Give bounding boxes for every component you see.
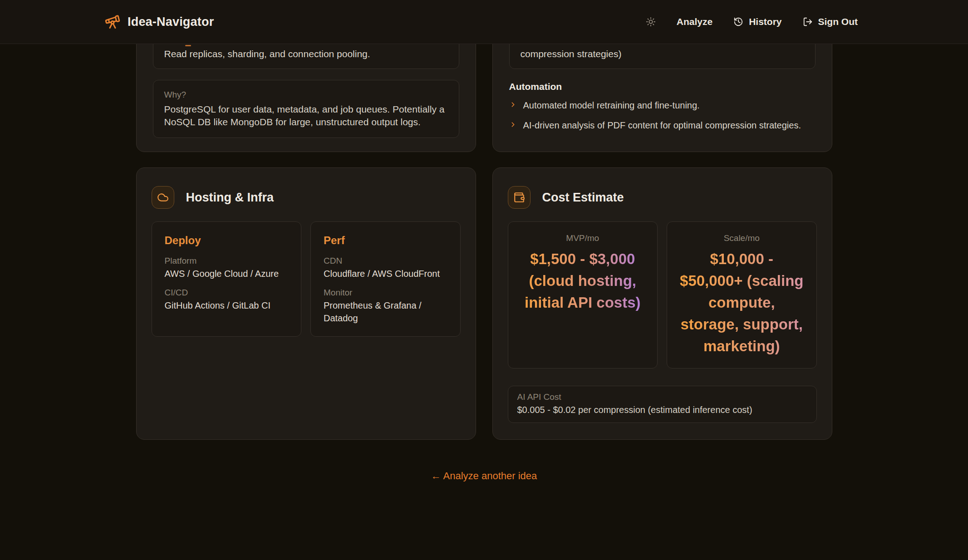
nav-sign-out-label: Sign Out [818, 16, 858, 27]
cost-subgrid: MVP/mo $1,500 - $3,000 (cloud hosting, i… [508, 221, 817, 368]
why-label: Why? [164, 89, 448, 100]
cicd-value: GitHub Actions / GitLab CI [165, 299, 289, 312]
automation-label: Automation [509, 81, 816, 93]
cut-off-label-fragment [185, 45, 191, 46]
nav-link-analyze[interactable]: Analyze [677, 16, 712, 27]
navbar: Idea-Navigator Analyze [0, 0, 968, 44]
platform-label: Platform [165, 255, 289, 266]
monitor-value: Prometheus & Grafana / Datadog [324, 299, 447, 324]
cost-card-header: Cost Estimate [508, 186, 817, 209]
scale-value: $10,000 - $50,000+ (scaling compute, sto… [678, 248, 806, 357]
logout-icon [803, 17, 813, 27]
hosting-card-header: Hosting & Infra [152, 186, 461, 209]
why-text: PostgreSQL for user data, metadata, and … [164, 103, 448, 128]
cloud-icon [152, 186, 174, 209]
perf-subcard: Perf CDN Cloudflare / AWS CloudFront Mon… [310, 221, 461, 337]
hosting-infra-card: Hosting & Infra Deploy Platform AWS / Go… [136, 167, 476, 440]
nav-link-history[interactable]: History [733, 16, 781, 27]
brand: Idea-Navigator [104, 14, 214, 30]
wallet-icon [508, 186, 531, 209]
monitor-label: Monitor [324, 287, 447, 298]
chevron-right-icon [509, 121, 517, 132]
nav-links: Analyze History Sign Out [646, 16, 858, 27]
nav-history-label: History [749, 16, 781, 27]
why-subcard: Why? PostgreSQL for user data, metadata,… [153, 80, 459, 138]
hosting-subgrid: Deploy Platform AWS / Google Cloud / Azu… [152, 221, 461, 337]
mvp-cost-subcard: MVP/mo $1,500 - $3,000 (cloud hosting, i… [508, 221, 658, 368]
ai-api-cost-subcard: AI API Cost $0.005 - $0.02 per compressi… [508, 386, 817, 423]
automation-list: Automated model retraining and fine-tuni… [509, 99, 816, 132]
hosting-card-title: Hosting & Infra [186, 191, 274, 205]
theme-toggle-button[interactable] [646, 17, 656, 27]
nav-analyze-label: Analyze [677, 16, 712, 27]
deploy-subcard: Deploy Platform AWS / Google Cloud / Azu… [152, 221, 302, 337]
scaling-text: Read replicas, sharding, and connection … [164, 48, 448, 60]
cicd-label: CI/CD [165, 287, 289, 298]
perf-title: Perf [324, 234, 447, 247]
chevron-right-icon [509, 101, 517, 112]
cost-estimate-card: Cost Estimate MVP/mo $1,500 - $3,000 (cl… [492, 167, 832, 440]
compression-text: compression strategies) [521, 48, 804, 60]
app-title: Idea-Navigator [128, 15, 214, 29]
mvp-label: MVP/mo [519, 233, 647, 244]
cdn-label: CDN [324, 255, 447, 266]
mvp-value: $1,500 - $3,000 (cloud hosting, initial … [519, 248, 647, 314]
sun-icon [646, 17, 656, 27]
scale-label: Scale/mo [678, 233, 806, 244]
list-item: Automated model retraining and fine-tuni… [509, 99, 816, 112]
cdn-value: Cloudflare / AWS CloudFront [324, 267, 447, 280]
nav-link-sign-out[interactable]: Sign Out [803, 16, 858, 27]
ai-api-cost-value: $0.005 - $0.02 per compression (estimate… [517, 403, 807, 416]
deploy-title: Deploy [165, 234, 289, 247]
bullet-text: Automated model retraining and fine-tuni… [523, 99, 700, 112]
bullet-text: AI-driven analysis of PDF content for op… [523, 119, 801, 132]
scale-cost-subcard: Scale/mo $10,000 - $50,000+ (scaling com… [667, 221, 817, 368]
telescope-icon [104, 14, 121, 30]
history-icon [733, 17, 743, 27]
platform-value: AWS / Google Cloud / Azure [165, 267, 289, 280]
list-item: AI-driven analysis of PDF content for op… [509, 119, 816, 132]
cost-card-title: Cost Estimate [542, 191, 624, 205]
row-hosting-cost: Hosting & Infra Deploy Platform AWS / Go… [136, 167, 832, 440]
footer: ← Analyze another idea [136, 470, 832, 482]
ai-api-cost-label: AI API Cost [517, 392, 807, 403]
main-content: Read replicas, sharding, and connection … [136, 20, 832, 482]
analyze-another-idea-link[interactable]: ← Analyze another idea [431, 470, 537, 482]
